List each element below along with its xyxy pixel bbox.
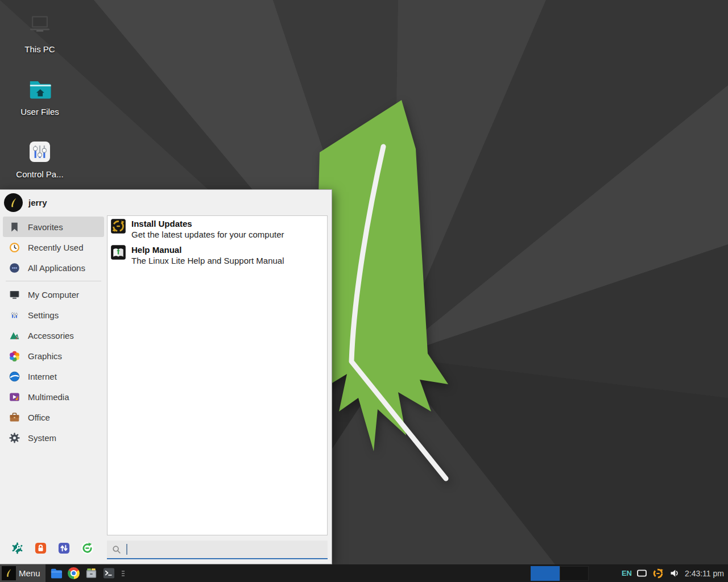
category-label: Office bbox=[28, 413, 50, 422]
lock-screen-icon bbox=[34, 542, 47, 555]
menu-button-label: Menu bbox=[19, 568, 40, 578]
volume-icon[interactable] bbox=[669, 567, 681, 579]
internet-globe-icon bbox=[7, 369, 21, 383]
category-settings[interactable]: Settings bbox=[3, 305, 104, 325]
switch-user-button[interactable] bbox=[57, 541, 71, 555]
whisker-menu: jerry Favorites Recently Used bbox=[0, 189, 332, 564]
app-title: Help Manual bbox=[131, 244, 284, 255]
keyboard-layout-indicator[interactable]: EN bbox=[622, 569, 632, 577]
feather-avatar-icon bbox=[7, 197, 20, 209]
terminal-icon bbox=[102, 567, 115, 580]
desktop-icon-label: User Files bbox=[11, 107, 68, 117]
search-input[interactable] bbox=[107, 541, 328, 559]
category-label: Accessories bbox=[28, 331, 74, 340]
terminal-launcher[interactable] bbox=[102, 567, 116, 580]
sidebar-separator bbox=[6, 281, 101, 281]
workspace-1-active[interactable] bbox=[531, 566, 560, 581]
app-subtitle: The Linux Lite Help and Support Manual bbox=[131, 255, 284, 266]
user-avatar[interactable] bbox=[4, 193, 23, 212]
chrome-icon bbox=[68, 567, 80, 579]
app-subtitle: Get the latest updates for your computer bbox=[131, 229, 284, 240]
category-label: System bbox=[28, 433, 56, 443]
category-my-computer[interactable]: My Computer bbox=[3, 284, 104, 305]
text-caret bbox=[126, 544, 127, 555]
nav-all-applications[interactable]: All Applications bbox=[3, 257, 104, 278]
nav-label: Favorites bbox=[28, 222, 63, 232]
clock[interactable]: 2:43:11 pm bbox=[685, 569, 724, 578]
computer-icon bbox=[7, 288, 21, 301]
app-title: Install Updates bbox=[131, 218, 284, 229]
control-panel-icon bbox=[26, 138, 54, 166]
category-label: Graphics bbox=[28, 351, 62, 361]
app-help-manual[interactable]: Help Manual The Linux Lite Help and Supp… bbox=[107, 242, 327, 268]
file-cabinet-icon bbox=[85, 567, 98, 580]
nav-favorites[interactable]: Favorites bbox=[3, 217, 104, 237]
category-graphics[interactable]: Graphics bbox=[3, 346, 104, 366]
linuxlite-feather-icon bbox=[2, 566, 16, 580]
shutdown-button[interactable] bbox=[81, 541, 94, 555]
install-updates-icon bbox=[110, 218, 126, 234]
updates-icon[interactable] bbox=[652, 567, 664, 580]
help-manual-icon bbox=[110, 244, 126, 260]
clock-icon bbox=[7, 240, 21, 254]
category-label: My Computer bbox=[28, 290, 79, 300]
menu-sidebar: Favorites Recently Used All Applications bbox=[0, 215, 107, 535]
bookmark-icon bbox=[7, 220, 21, 234]
category-label: Internet bbox=[28, 372, 57, 381]
search-icon bbox=[112, 545, 121, 554]
office-briefcase-icon bbox=[7, 410, 21, 424]
all-apps-icon bbox=[7, 261, 21, 275]
category-accessories[interactable]: Accessories bbox=[3, 325, 104, 346]
menu-button[interactable]: Menu bbox=[0, 564, 46, 582]
settings-sliders-icon bbox=[7, 308, 21, 322]
chrome-launcher[interactable] bbox=[67, 567, 81, 580]
desktop-icon-user-files[interactable]: User Files bbox=[11, 75, 68, 117]
settings-manager-button[interactable] bbox=[10, 541, 24, 555]
switch-user-icon bbox=[57, 542, 71, 555]
workspace-pager[interactable] bbox=[531, 566, 589, 581]
shutdown-icon bbox=[81, 542, 94, 555]
desktop-icon-label: This PC bbox=[11, 44, 68, 54]
menu-apps-panel: Install Updates Get the latest updates f… bbox=[107, 215, 328, 535]
multimedia-icon bbox=[7, 390, 21, 404]
category-multimedia[interactable]: Multimedia bbox=[3, 386, 104, 407]
menu-header: jerry bbox=[0, 190, 332, 215]
app-install-updates[interactable]: Install Updates Get the latest updates f… bbox=[107, 216, 327, 242]
clipboard-icon[interactable] bbox=[636, 569, 647, 577]
taskbar: Menu EN bbox=[0, 564, 728, 582]
category-label: Multimedia bbox=[28, 392, 69, 402]
category-label: Settings bbox=[28, 310, 59, 320]
category-internet[interactable]: Internet bbox=[3, 366, 104, 386]
graphics-icon bbox=[7, 349, 21, 363]
app-text: Help Manual The Linux Lite Help and Supp… bbox=[131, 244, 284, 266]
file-manager-icon bbox=[49, 567, 63, 580]
file-manager-launcher[interactable] bbox=[49, 567, 63, 580]
workspace-2[interactable] bbox=[560, 566, 589, 581]
accessories-icon bbox=[7, 329, 21, 342]
lock-screen-button[interactable] bbox=[34, 541, 47, 555]
desktop-icon-label: Control Pa... bbox=[11, 169, 68, 179]
window-list-handle[interactable] bbox=[122, 571, 125, 576]
menu-action-bar bbox=[0, 535, 107, 564]
category-system[interactable]: System bbox=[3, 427, 104, 448]
nav-label: All Applications bbox=[28, 263, 85, 273]
username: jerry bbox=[28, 198, 47, 207]
settings-manager-icon bbox=[11, 542, 24, 555]
archive-launcher[interactable] bbox=[85, 567, 98, 580]
system-tray: EN bbox=[622, 567, 681, 580]
app-text: Install Updates Get the latest updates f… bbox=[131, 218, 284, 240]
user-files-icon bbox=[26, 75, 54, 103]
desktop-icon-control-panel[interactable]: Control Pa... bbox=[11, 138, 68, 179]
desktop-icon-this-pc[interactable]: This PC bbox=[11, 13, 68, 54]
category-office[interactable]: Office bbox=[3, 407, 104, 427]
this-pc-icon bbox=[26, 13, 54, 41]
nav-recently-used[interactable]: Recently Used bbox=[3, 237, 104, 257]
system-gear-icon bbox=[7, 431, 21, 444]
nav-label: Recently Used bbox=[28, 243, 84, 252]
